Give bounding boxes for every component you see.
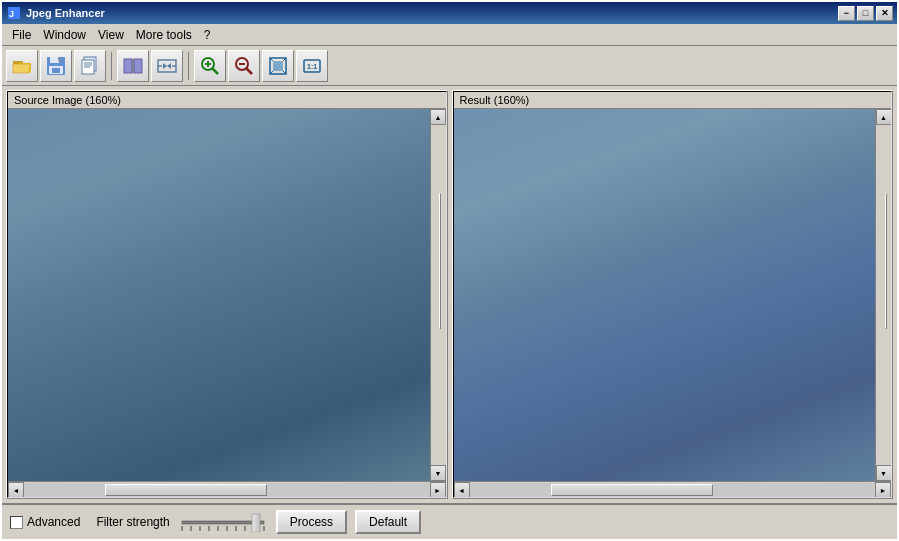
actual-size-button[interactable]: 1:1 [296,50,328,82]
source-image [8,109,430,481]
process-button[interactable]: Process [276,510,347,534]
result-scroll-thumb-v[interactable] [885,193,887,329]
svg-text:1:1: 1:1 [307,63,317,70]
result-image [454,109,876,481]
fit-width-button[interactable] [151,50,183,82]
svg-rect-33 [273,61,283,71]
title-bar-left: J Jpeg Enhancer [6,5,105,21]
svg-text:J: J [9,9,14,19]
default-button[interactable]: Default [355,510,421,534]
menu-view[interactable]: View [92,26,130,44]
source-scrollbar-vertical[interactable]: ▲ ▼ [430,109,446,481]
save-icon [45,55,67,77]
filter-strength-slider-container [178,512,268,532]
menu-bar: File Window View More tools ? [2,24,897,46]
source-scroll-track-h[interactable] [24,483,430,497]
zoom-out-icon [233,55,255,77]
filter-strength-label: Filter strength [96,515,169,529]
split-view-icon [122,55,144,77]
source-scroll-up[interactable]: ▲ [430,109,446,125]
source-scrollbar-h[interactable] [24,482,430,498]
panels-area: Source Image (160%) ▲ ▼ [2,86,897,503]
result-panel-bottom: ◄ ► [454,481,892,497]
result-scroll-left[interactable]: ◄ [454,482,470,498]
zoom-out-button[interactable] [228,50,260,82]
fit-page-button[interactable] [262,50,294,82]
result-scroll-down[interactable]: ▼ [876,465,892,481]
fit-page-icon [267,55,289,77]
result-image-area [454,109,876,481]
advanced-checkbox-label[interactable]: Advanced [10,515,80,529]
toolbar-separator-2 [188,52,189,80]
result-scrollbar-vertical[interactable]: ▲ ▼ [875,109,891,481]
menu-window[interactable]: Window [37,26,92,44]
source-scroll-right[interactable]: ► [430,482,446,498]
svg-rect-17 [124,59,132,73]
result-panel-title: Result (160%) [454,92,892,109]
svg-rect-9 [58,57,61,61]
source-scroll-thumb-h[interactable] [105,484,267,496]
source-scroll-down[interactable]: ▼ [430,465,446,481]
copy-icon [79,55,101,77]
result-panel-inner: Result (160%) ▲ ▼ [453,91,893,498]
main-content: Source Image (160%) ▲ ▼ [2,86,897,539]
result-panel-viewport[interactable]: ▲ ▼ [454,109,892,481]
source-panel: Source Image (160%) ▲ ▼ [6,90,448,499]
filter-strength-slider-wrapper[interactable] [178,512,268,532]
menu-help[interactable]: ? [198,26,217,44]
svg-rect-40 [182,521,264,524]
result-scroll-track-h[interactable] [470,483,876,497]
source-image-area [8,109,430,481]
svg-rect-18 [134,59,142,73]
app-icon: J [6,5,22,21]
source-panel-bottom: ◄ ► [8,481,446,497]
window-title: Jpeg Enhancer [26,7,105,19]
svg-rect-8 [50,57,59,63]
maximize-button[interactable]: □ [857,6,874,21]
source-panel-inner: Source Image (160%) ▲ ▼ [7,91,447,498]
menu-file[interactable]: File [6,26,37,44]
toolbar-separator-1 [111,52,112,80]
main-window: J Jpeg Enhancer − □ ✕ File Window View M… [0,0,899,541]
title-bar: J Jpeg Enhancer − □ ✕ [2,2,897,24]
toolbar: 1:1 [2,46,897,86]
source-panel-title: Source Image (160%) [8,92,446,109]
copy-button[interactable] [74,50,106,82]
result-scrollbar-h[interactable] [470,482,876,498]
zoom-in-button[interactable] [194,50,226,82]
actual-size-icon: 1:1 [301,55,323,77]
svg-line-31 [246,68,252,74]
status-bar: Advanced Filter strength [2,503,897,539]
minimize-button[interactable]: − [838,6,855,21]
source-scroll-left[interactable]: ◄ [8,482,24,498]
save-button[interactable] [40,50,72,82]
source-panel-viewport[interactable]: ▲ ▼ [8,109,446,481]
advanced-label: Advanced [27,515,80,529]
svg-line-28 [212,68,218,74]
result-scroll-right[interactable]: ► [875,482,891,498]
split-view-button[interactable] [117,50,149,82]
open-icon [11,55,33,77]
open-button[interactable] [6,50,38,82]
svg-marker-23 [163,63,167,69]
advanced-checkbox[interactable] [10,516,23,529]
result-scroll-thumb-h[interactable] [551,484,713,496]
svg-marker-24 [167,63,171,69]
source-scroll-thumb-v[interactable] [439,193,441,329]
close-button[interactable]: ✕ [876,6,893,21]
menu-more-tools[interactable]: More tools [130,26,198,44]
result-panel: Result (160%) ▲ ▼ [452,90,894,499]
result-scroll-up[interactable]: ▲ [876,109,892,125]
svg-rect-51 [252,514,260,532]
title-bar-buttons: − □ ✕ [838,6,893,21]
slider-ticks-svg [178,512,268,532]
zoom-in-icon [199,55,221,77]
svg-rect-11 [52,68,60,73]
fit-width-icon [156,55,178,77]
